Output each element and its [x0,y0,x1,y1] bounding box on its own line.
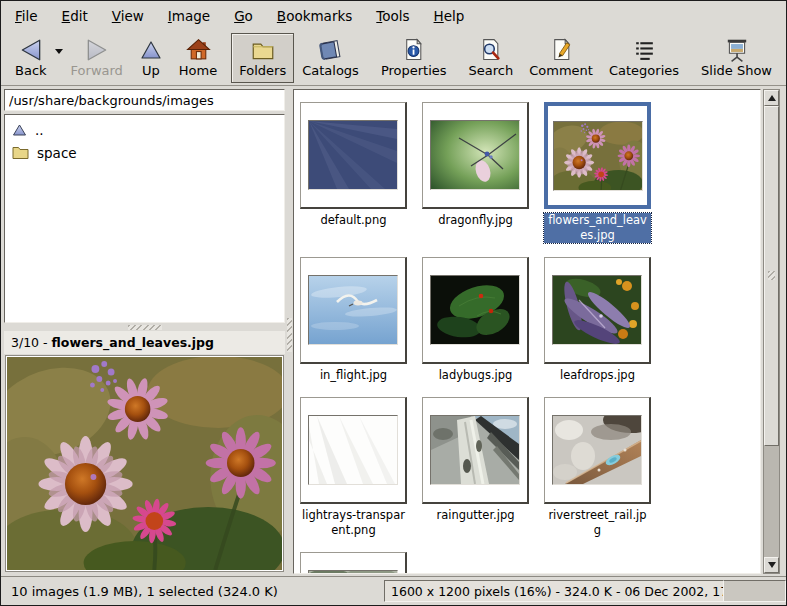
app-window: File Edit View Image Go Bookmarks Tools … [0,0,787,606]
main-content: .. space 3/10 - flowers_and_leaves.jpg [1,86,786,576]
menu-view[interactable]: View [100,3,156,29]
menu-go[interactable]: Go [222,3,265,29]
thumbnail-frame [300,552,407,574]
folder-icon [12,146,29,159]
menu-bar: File Edit View Image Go Bookmarks Tools … [1,1,786,31]
thumbnail-label: default.png [319,213,387,228]
search-button[interactable]: Search [461,33,522,83]
folders-button[interactable]: Folders [231,33,294,83]
thumbnail-label: flowers_and_leaves.jpg [544,213,651,243]
folder-tree: .. space [4,114,285,323]
thumbnail-frame [300,102,407,209]
slideshow-icon [724,36,750,63]
thumbnail-frame [300,397,407,504]
thumbnail-label: leafdrops.jpg [559,368,636,383]
menu-file[interactable]: File [3,3,50,29]
catalogs-icon [318,36,344,63]
menu-image[interactable]: Image [156,3,222,29]
thumbnail-label: raingutter.jpg [435,508,515,523]
scroll-up-button[interactable] [764,90,779,106]
fullscreen-button[interactable]: Full Screen [780,33,787,83]
thumbnail-grid: default.png dragonfly.jpg flowers_and_le… [294,90,760,574]
thumbnail-frame [544,397,651,504]
thumbnail-label: dragonfly.jpg [437,213,514,228]
status-resize-area [724,580,786,602]
scrollbar-track[interactable] [764,106,779,557]
comment-button[interactable]: Comment [521,33,601,83]
scroll-down-button[interactable] [764,557,779,573]
slideshow-button[interactable]: Slide Show [693,33,780,83]
toolbar: Back Forward Up Home [1,31,786,86]
status-image-details: 1600 x 1200 pixels (16%) - 324.0 K - 06 … [384,580,724,602]
thumbnail-frame [544,102,651,209]
vertical-scrollbar[interactable] [763,89,780,574]
status-bar: 10 images (1.9 MB), 1 selected (324.0 K)… [1,576,786,605]
thumbnail-item-raingutter[interactable]: raingutter.jpg [422,397,529,538]
thumbnail-view: default.png dragonfly.jpg flowers_and_le… [293,89,761,574]
home-icon [186,36,211,63]
thumbnail-label: riverstreet_rail.jpg [544,508,651,538]
thumbnail-item-partial[interactable] [300,552,407,574]
thumbnail-item-dragonfly[interactable]: dragonfly.jpg [422,102,529,243]
thumbnail-item-leafdrops[interactable]: leafdrops.jpg [544,257,651,383]
location-input[interactable] [4,89,285,111]
thumbnail-label: lightrays-transparent.png [300,508,407,538]
thumbnail-label: ladybugs.jpg [438,368,514,383]
thumbnail-item-flowers-selected[interactable]: flowers_and_leaves.jpg [544,102,651,243]
horizontal-splitter[interactable] [4,323,285,331]
thumbnail-frame [422,102,529,209]
properties-button[interactable]: Properties [373,33,455,83]
scrollbar-grip [768,271,775,280]
vertical-splitter[interactable] [285,86,293,576]
chevron-down-icon [55,49,63,54]
up-button[interactable]: Up [131,33,171,83]
back-history-dropdown[interactable] [55,19,63,83]
splitter-grip [287,318,292,352]
left-panel: .. space 3/10 - flowers_and_leaves.jpg [1,86,285,576]
browser-area: default.png dragonfly.jpg flowers_and_le… [293,86,786,576]
folder-item-label: space [37,145,77,161]
back-button[interactable]: Back [7,33,55,83]
scrollbar-thumb[interactable] [764,106,779,446]
folder-item-up[interactable]: .. [7,118,282,141]
up-icon [139,36,163,63]
selection-filename: flowers_and_leaves.jpg [52,335,214,350]
thumbnail-frame [300,257,407,364]
thumbnail-item-inflight[interactable]: in_flight.jpg [300,257,407,383]
arrow-down-icon [768,562,776,568]
comment-icon [549,36,574,63]
forward-icon [84,36,110,63]
arrow-up-icon [768,95,776,101]
menu-bookmarks[interactable]: Bookmarks [265,3,364,29]
thumbnail-item-lightrays[interactable]: lightrays-transparent.png [300,397,407,538]
folders-icon [250,36,276,63]
status-images-summary: 10 images (1.9 MB), 1 selected (324.0 K) [11,584,278,599]
selection-status: 3/10 - flowers_and_leaves.jpg [4,331,285,354]
categories-icon [632,36,657,63]
search-icon [478,36,503,63]
thumbnail-item-riverstreet[interactable]: riverstreet_rail.jpg [544,397,651,538]
thumbnail-frame [422,257,529,364]
folder-item-label: .. [35,122,44,138]
up-folder-icon [12,123,27,137]
preview-image [5,355,284,572]
preview-pane [4,354,285,574]
thumbnail-item-default[interactable]: default.png [300,102,407,243]
categories-button[interactable]: Categories [601,33,687,83]
menu-help[interactable]: Help [422,3,477,29]
thumbnail-item-ladybugs[interactable]: ladybugs.jpg [422,257,529,383]
home-button[interactable]: Home [171,33,225,83]
thumbnail-frame [544,257,651,364]
thumbnail-label: in_flight.jpg [319,368,388,383]
selection-position: 3/10 - [11,335,48,350]
splitter-grip [128,325,162,330]
back-icon [18,36,44,63]
forward-button: Forward [63,33,131,83]
catalogs-button[interactable]: Catalogs [294,33,367,83]
menu-tools[interactable]: Tools [364,3,421,29]
properties-icon [401,36,426,63]
thumbnail-frame [422,397,529,504]
folder-item-space[interactable]: space [7,141,282,164]
